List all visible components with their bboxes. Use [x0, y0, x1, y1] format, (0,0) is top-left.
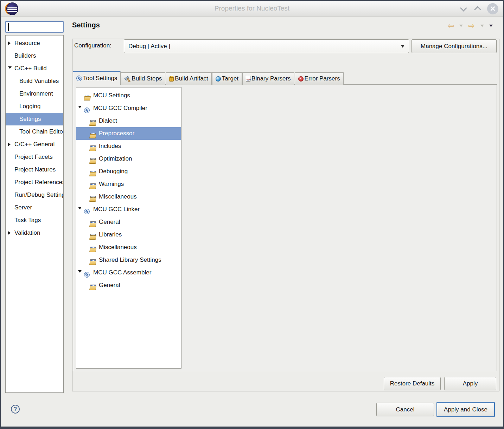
- tool-tree-item-dialect[interactable]: Dialect: [76, 115, 181, 127]
- forward-icon[interactable]: ⇨: [468, 22, 475, 30]
- tab-build-artifact[interactable]: Build Artifact: [166, 72, 212, 85]
- sidebar-item-label: Validation: [14, 229, 40, 236]
- sidebar-item-build-variables[interactable]: Build Variables: [6, 75, 63, 87]
- sidebar-item-builders[interactable]: Builders: [6, 50, 63, 62]
- tool-settings-tree: MCU Settings MCU GCC Compiler Dialect Pr…: [76, 87, 181, 369]
- tab-binary-parsers[interactable]: Binary Parsers: [242, 72, 294, 85]
- folder-icon: [90, 145, 96, 151]
- text-caret: [8, 23, 9, 31]
- sidebar-item-project-facets[interactable]: Project Facets: [6, 151, 63, 163]
- tool-tree-item-preprocessor[interactable]: Preprocessor: [76, 127, 181, 140]
- sidebar-item-validation[interactable]: Validation: [6, 227, 63, 239]
- tool-tree-item-mcu-gcc-assembler[interactable]: MCU GCC Assembler: [76, 266, 181, 279]
- tool-tree-item-miscellaneous[interactable]: Miscellaneous: [76, 190, 181, 203]
- tab-tool-settings[interactable]: Tool Settings: [73, 71, 121, 85]
- sidebar-item-project-references[interactable]: Project References: [6, 176, 63, 189]
- folder-icon: [90, 285, 96, 290]
- expander-icon[interactable]: [8, 227, 12, 239]
- tool-tree-item-general[interactable]: General: [76, 216, 181, 228]
- sidebar-item-label: Tool Chain Editor: [19, 128, 64, 135]
- tool-icon: [84, 272, 90, 278]
- back-dropdown-icon[interactable]: [459, 25, 463, 27]
- sidebar-item-c-c-build[interactable]: C/C++ Build: [6, 62, 63, 75]
- tool-tree-item-libraries[interactable]: Libraries: [76, 228, 181, 241]
- tool-tree-item-mcu-settings[interactable]: MCU Settings: [76, 89, 181, 102]
- sidebar-item-tool-chain-editor[interactable]: Tool Chain Editor: [6, 125, 63, 138]
- tree-item-label: Debugging: [99, 168, 128, 175]
- tree-item-label: Warnings: [99, 181, 124, 187]
- tree-item-label: General: [99, 219, 120, 225]
- apply-and-close-button[interactable]: Apply and Close: [436, 402, 495, 417]
- sidebar-item-label: Run/Debug Settings: [14, 191, 64, 198]
- cancel-button[interactable]: Cancel: [376, 403, 434, 416]
- expander-icon[interactable]: [78, 266, 82, 279]
- folder-icon: [90, 183, 96, 189]
- configuration-value: Debug [ Active ]: [128, 43, 170, 50]
- tree-item-label: MCU GCC Compiler: [93, 105, 147, 111]
- tree-item-label: Preprocessor: [99, 130, 134, 137]
- folder-icon: [90, 247, 96, 252]
- history-nav: ⇦ ⇨: [447, 21, 497, 30]
- configuration-select[interactable]: Debug [ Active ]: [124, 39, 409, 53]
- expander-icon[interactable]: [78, 102, 82, 115]
- close-icon[interactable]: [487, 3, 498, 14]
- titlebar[interactable]: Properties for NucleoTest: [1, 1, 503, 17]
- folder-icon: [90, 158, 96, 164]
- sidebar-item-label: C/C++ Build: [14, 65, 47, 72]
- back-icon[interactable]: ⇦: [447, 22, 454, 30]
- sidebar-item-run-debug-settings[interactable]: Run/Debug Settings: [6, 189, 63, 201]
- sidebar-item-label: Resource: [14, 40, 40, 46]
- window-title: Properties for NucleoTest: [1, 5, 503, 12]
- apply-button[interactable]: Apply: [444, 377, 496, 390]
- tree-item-label: Shared Library Settings: [99, 256, 161, 263]
- target-icon: [216, 76, 221, 82]
- folder-icon: [84, 95, 91, 100]
- sidebar-item-c-c-general[interactable]: C/C++ General: [6, 138, 63, 151]
- view-menu-icon[interactable]: [489, 25, 493, 27]
- tool-tree-item-debugging[interactable]: Debugging: [76, 165, 181, 178]
- tool-tree-item-general[interactable]: General: [76, 279, 181, 292]
- tab-error-parsers[interactable]: Error Parsers: [295, 72, 344, 85]
- tool-tree-item-includes[interactable]: Includes: [76, 140, 181, 152]
- tool-tree-item-mcu-gcc-linker[interactable]: MCU GCC Linker: [76, 203, 181, 216]
- sidebar-item-label: Settings: [19, 116, 41, 122]
- maximize-icon[interactable]: [474, 6, 481, 13]
- folder-icon: [90, 133, 96, 138]
- tool-tree-item-miscellaneous[interactable]: Miscellaneous: [76, 241, 181, 254]
- expander-icon[interactable]: [8, 62, 12, 75]
- sidebar-item-label: Build Variables: [19, 78, 59, 84]
- sidebar-item-server[interactable]: Server: [6, 201, 63, 214]
- sidebar-item-label: C/C++ General: [14, 141, 55, 148]
- sidebar-item-settings[interactable]: Settings: [6, 113, 63, 125]
- tool-tree-item-shared-library-settings[interactable]: Shared Library Settings: [76, 254, 181, 266]
- tool-tree-item-mcu-gcc-compiler[interactable]: MCU GCC Compiler: [76, 102, 181, 115]
- filter-input[interactable]: [5, 21, 64, 33]
- tab-build-steps[interactable]: Build Steps: [121, 72, 165, 85]
- properties-category-tree: Resource Builders C/C++ Build Build Vari…: [5, 35, 64, 393]
- forward-dropdown-icon[interactable]: [480, 25, 484, 27]
- sidebar-item-resource[interactable]: Resource: [6, 37, 63, 50]
- folder-icon: [90, 221, 96, 227]
- expander-icon[interactable]: [8, 37, 12, 50]
- tab-label: Build Steps: [132, 75, 162, 82]
- sidebar-item-environment[interactable]: Environment: [6, 87, 63, 100]
- tool-tree-item-optimization[interactable]: Optimization: [76, 152, 181, 165]
- properties-dialog: Properties for NucleoTest Resource Build…: [0, 0, 504, 429]
- restore-defaults-button[interactable]: Restore Defaults: [384, 377, 441, 390]
- expander-icon[interactable]: [78, 203, 82, 216]
- tool-tree-item-warnings[interactable]: Warnings: [76, 178, 181, 190]
- sidebar-item-logging[interactable]: Logging: [6, 100, 63, 113]
- tree-item-label: Optimization: [99, 155, 132, 162]
- wrench-icon: [76, 76, 82, 81]
- tool-icon: [84, 108, 90, 113]
- sidebar-item-label: Project Facets: [14, 154, 53, 160]
- sidebar-item-task-tags[interactable]: Task Tags: [6, 214, 63, 227]
- expander-icon[interactable]: [8, 138, 12, 151]
- configuration-label: Configuration:: [74, 42, 111, 49]
- artifact-icon: [169, 76, 174, 82]
- sidebar-item-project-natures[interactable]: Project Natures: [6, 163, 63, 176]
- sidebar-item-label: Server: [14, 204, 32, 211]
- help-icon[interactable]: ?: [11, 405, 20, 414]
- tab-target[interactable]: Target: [212, 72, 242, 85]
- manage-configurations-button[interactable]: Manage Configurations...: [412, 39, 497, 53]
